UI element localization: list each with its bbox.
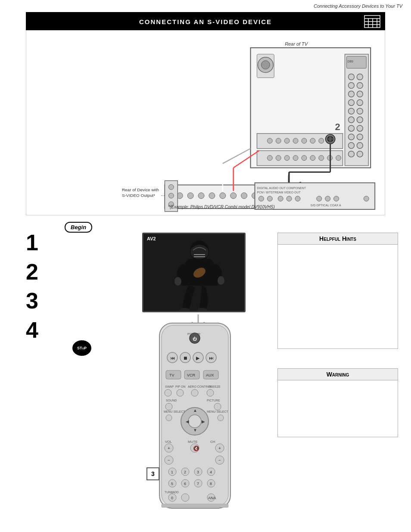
svg-point-58 [331, 140, 333, 141]
svg-text:−: − [218, 458, 221, 463]
svg-point-16 [357, 74, 363, 80]
svg-text:PICTURE: PICTURE [207, 399, 220, 402]
svg-point-44 [336, 156, 341, 161]
svg-text:🔇: 🔇 [193, 445, 199, 451]
step-2: 2 [26, 258, 60, 287]
svg-point-139 [191, 389, 198, 396]
svg-point-34 [357, 151, 363, 157]
svg-point-138 [177, 389, 184, 396]
svg-point-111 [174, 277, 181, 286]
svg-point-106 [168, 184, 174, 190]
svg-point-69 [230, 193, 237, 199]
svg-point-68 [220, 193, 226, 199]
svg-point-102 [334, 196, 339, 201]
svg-text:1: 1 [171, 470, 173, 474]
svg-text:S/D   OPTICAL COAX A: S/D OPTICAL COAX A [311, 204, 341, 207]
svg-text:SWAP: SWAP [165, 385, 174, 388]
svg-text:0: 0 [171, 496, 173, 500]
svg-text:DB9: DB9 [347, 60, 353, 63]
svg-text:TUNE: TUNE [165, 491, 173, 494]
svg-point-20 [357, 91, 363, 97]
svg-point-97 [278, 196, 283, 201]
svg-point-52 [319, 138, 324, 143]
svg-point-18 [357, 82, 363, 88]
svg-point-95 [258, 196, 264, 201]
remote-control: ⏻ POWER ⏮ ⏹ ▶ ⏭ TV VCR AUX SWAP PIP ON A… [146, 314, 243, 513]
svg-text:Rear of TV: Rear of TV [285, 41, 308, 47]
svg-text:▲: ▲ [193, 408, 197, 413]
svg-point-51 [310, 138, 315, 143]
svg-text:AUX: AUX [206, 373, 214, 377]
svg-point-50 [302, 138, 307, 143]
svg-point-144 [214, 403, 221, 410]
title-bar: Connecting an S-Video Device [26, 12, 385, 31]
svg-point-15 [348, 74, 354, 80]
svg-point-42 [319, 156, 324, 161]
svg-text:PIP ON: PIP ON [175, 385, 186, 388]
svg-text:7: 7 [197, 482, 199, 486]
tv-screen-display: AV2 [142, 233, 246, 312]
svg-point-57 [328, 140, 329, 141]
svg-text:SOUND: SOUND [166, 399, 177, 402]
svg-point-146 [188, 415, 201, 428]
step3-callout: 3 [146, 467, 159, 480]
svg-point-24 [357, 108, 363, 114]
svg-point-107 [168, 193, 174, 198]
svg-point-41 [310, 156, 315, 161]
svg-point-65 [187, 193, 193, 199]
svg-point-17 [348, 82, 354, 88]
svg-text:6: 6 [184, 482, 186, 486]
svg-text:▶: ▶ [196, 355, 200, 361]
svg-text:⏭: ⏭ [209, 355, 214, 361]
svg-text:8: 8 [210, 482, 212, 486]
helpful-hints-box: Helpful Hints [277, 233, 398, 349]
svg-point-55 [328, 137, 329, 138]
svg-point-140 [207, 389, 214, 396]
svg-point-39 [293, 156, 298, 161]
svg-text:VCR: VCR [187, 373, 196, 377]
svg-point-36 [267, 156, 272, 161]
svg-point-56 [331, 137, 333, 138]
svg-text:▶: ▶ [202, 419, 205, 424]
svg-text:PCM / BITSTREAM   VIDEO OUT: PCM / BITSTREAM VIDEO OUT [257, 191, 301, 194]
svg-point-143 [165, 403, 172, 410]
warning-box: Warning [277, 368, 398, 437]
svg-point-19 [348, 91, 354, 97]
title-bar-text: Connecting an S-Video Device [47, 18, 364, 25]
svg-text:DIGITAL AUDIO OUT  COMPONENT: DIGITAL AUDIO OUT COMPONENT [257, 187, 306, 190]
svg-text:ANA: ANA [208, 496, 216, 500]
svg-text:⏻: ⏻ [193, 336, 197, 341]
svg-text:Rear of Device with: Rear of Device with [122, 187, 159, 192]
svg-point-21 [348, 100, 354, 106]
svg-text:−: − [168, 458, 170, 463]
warning-title: Warning [278, 369, 398, 380]
page-header: Connecting Accessory Devices to Your TV [314, 3, 402, 9]
svg-point-70 [241, 193, 247, 199]
svg-text:◀: ◀ [186, 419, 189, 424]
svg-text:MUTE: MUTE [188, 440, 198, 444]
svg-text:3: 3 [197, 470, 199, 474]
svg-text:S-VIDEO Output*: S-VIDEO Output* [122, 193, 155, 198]
svg-text:+: + [168, 446, 170, 451]
step-numbers: 1 2 3 4 [26, 228, 60, 345]
stop-button[interactable]: SToP [72, 340, 91, 356]
svg-point-137 [165, 389, 171, 396]
svg-text:MENU SELECT: MENU SELECT [164, 410, 186, 413]
svg-point-23 [348, 108, 354, 114]
svg-text:+: + [218, 446, 221, 451]
connection-diagram: Rear of TV DB9 [26, 30, 385, 215]
svg-point-100 [317, 196, 322, 201]
step-4: 4 [26, 316, 60, 345]
step-3: 3 [26, 286, 60, 316]
svg-point-31 [348, 143, 354, 149]
svg-rect-191 [162, 504, 228, 507]
svideo-icon [364, 15, 381, 28]
svg-text:ADD: ADD [172, 491, 179, 494]
svg-point-22 [357, 100, 363, 106]
begin-button[interactable]: Begin [65, 222, 92, 233]
svg-text:VOL: VOL [165, 440, 172, 444]
svg-point-188 [181, 494, 189, 501]
svg-point-46 [267, 138, 272, 143]
svg-point-96 [267, 196, 272, 201]
svg-point-47 [276, 138, 281, 143]
